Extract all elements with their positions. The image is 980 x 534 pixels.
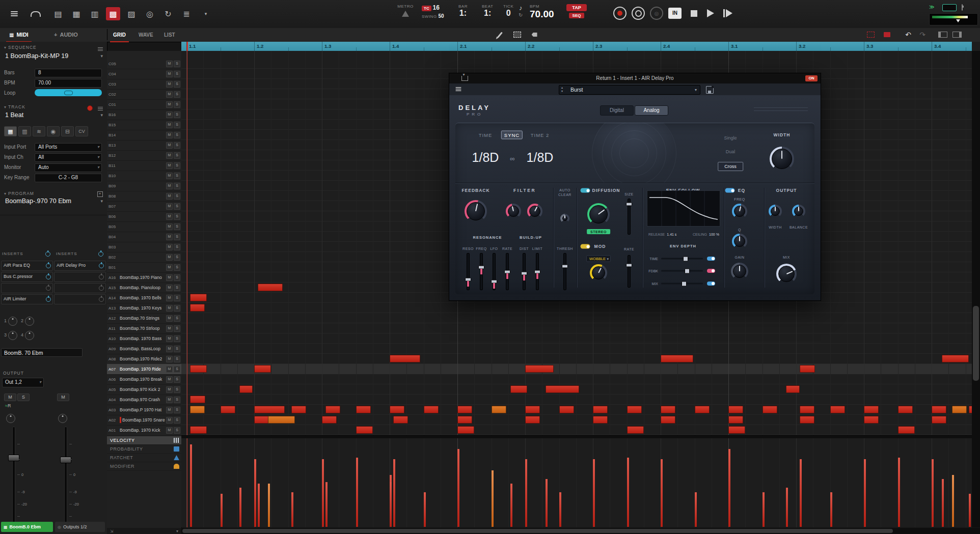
- solo-button[interactable]: S: [174, 285, 180, 291]
- bars-field[interactable]: 8: [35, 69, 102, 77]
- insert-slot[interactable]: [54, 272, 106, 282]
- mute-button[interactable]: M: [166, 295, 173, 301]
- track-row-A13[interactable]: A13BoomBap. 1970 KeysMS: [107, 303, 181, 314]
- env-fdbk-toggle[interactable]: [707, 269, 715, 273]
- solo-button[interactable]: S: [174, 142, 180, 149]
- mod-shape-select[interactable]: WOBBLE: [586, 256, 611, 262]
- seq-tempo-badge[interactable]: SEQ: [569, 13, 584, 18]
- velocity-bar[interactable]: [424, 492, 426, 527]
- solo-button[interactable]: S: [174, 417, 180, 424]
- midi-note[interactable]: [627, 406, 642, 413]
- digital-mode-button[interactable]: Digital: [600, 105, 634, 116]
- inserts-power-icon[interactable]: [98, 251, 103, 257]
- metro-control[interactable]: METRO: [391, 4, 420, 17]
- midi-note[interactable]: [322, 416, 337, 424]
- track-row-B06[interactable]: B06MS: [107, 211, 181, 222]
- velocity-bar[interactable]: [763, 492, 765, 527]
- mute-button[interactable]: M: [166, 91, 173, 98]
- solo-button[interactable]: S: [174, 386, 180, 393]
- solo-button[interactable]: S: [174, 173, 180, 179]
- channel-solo-button[interactable]: S: [17, 394, 30, 401]
- track-row-A02[interactable]: A02BoomBap.1970 SnareMS: [107, 415, 181, 426]
- solo-button[interactable]: S: [174, 203, 180, 210]
- width-knob[interactable]: [770, 147, 794, 171]
- overdub-button[interactable]: [632, 7, 645, 20]
- mute-button[interactable]: M: [166, 132, 173, 138]
- inserts-power-icon[interactable]: [45, 251, 50, 257]
- list-editor-icon[interactable]: ▥: [88, 7, 102, 20]
- preset-spinner-icon[interactable]: ▴▾: [561, 86, 563, 93]
- channel-mute-button[interactable]: M: [57, 394, 69, 401]
- track-row-A14[interactable]: A14BoomBap. 1970 BellsMS: [107, 293, 181, 303]
- env-time-slider[interactable]: [661, 258, 703, 260]
- velocity-bar[interactable]: [356, 458, 358, 527]
- size-slider[interactable]: [628, 199, 631, 235]
- tempo-sync-icon[interactable]: ↻: [519, 12, 523, 18]
- velocity-bar[interactable]: [952, 475, 954, 527]
- midi-note[interactable]: [190, 294, 207, 301]
- mute-button[interactable]: M: [166, 183, 173, 189]
- track-row-A05[interactable]: A05BoomBap.970 Kick 2MS: [107, 384, 181, 395]
- midi-note[interactable]: [593, 406, 608, 413]
- midi-note[interactable]: [492, 406, 506, 413]
- mute-button[interactable]: M: [166, 285, 173, 291]
- power-icon[interactable]: [99, 297, 104, 302]
- solo-button[interactable]: S: [174, 346, 180, 352]
- midi-note[interactable]: [221, 406, 235, 413]
- insert-slot[interactable]: AIR Delay Pro: [54, 261, 106, 271]
- solo-button[interactable]: S: [174, 122, 180, 128]
- velocity-bar[interactable]: [830, 492, 832, 527]
- solo-button[interactable]: S: [174, 356, 180, 362]
- pad-bank-icon[interactable]: ▦: [69, 7, 84, 20]
- midi-note[interactable]: [258, 284, 283, 291]
- fader-thumb[interactable]: [60, 457, 71, 463]
- midi-note[interactable]: [239, 385, 253, 393]
- velocity-bar[interactable]: [525, 459, 527, 527]
- track-type-audio-icon[interactable]: ≋: [33, 126, 45, 136]
- res-freq-slider[interactable]: [480, 253, 483, 290]
- solo-button[interactable]: S: [174, 81, 180, 88]
- mute-button[interactable]: M: [166, 254, 173, 261]
- track-row-B04[interactable]: B04MS: [107, 232, 181, 242]
- mute-button[interactable]: M: [166, 244, 173, 250]
- velocity-bar[interactable]: [969, 494, 971, 527]
- mute-button[interactable]: M: [166, 234, 173, 240]
- midi-note[interactable]: [424, 406, 439, 413]
- tap-tempo-button[interactable]: TAP: [566, 4, 587, 11]
- track-type-cv-button[interactable]: CV: [75, 126, 88, 136]
- play-button[interactable]: [707, 9, 714, 17]
- velocity-bar[interactable]: [258, 484, 260, 527]
- velocity-bar[interactable]: [942, 479, 944, 527]
- sampler-icon[interactable]: ◎: [143, 7, 157, 20]
- automation-read-badge[interactable]: ≈R: [5, 403, 11, 408]
- track-view-icon[interactable]: ▤: [51, 7, 65, 20]
- track-row-B01[interactable]: B01MS: [107, 262, 181, 273]
- diffusion-toggle[interactable]: [581, 188, 590, 193]
- mute-button[interactable]: M: [166, 122, 173, 128]
- midi-note[interactable]: [190, 406, 205, 413]
- insert-slot[interactable]: AIR Para EQ: [1, 261, 53, 271]
- lane-modifier[interactable]: MODIFIER: [107, 462, 181, 471]
- tab-sync[interactable]: SYNC: [501, 131, 523, 139]
- midi-note[interactable]: [661, 416, 675, 424]
- env-follow-graph[interactable]: [647, 190, 720, 227]
- midi-note[interactable]: [593, 416, 608, 424]
- mute-button[interactable]: M: [166, 193, 173, 200]
- track-row-A07[interactable]: A07BoomBap. 1970 RideMS: [107, 364, 181, 375]
- track-row-B13[interactable]: B13MS: [107, 140, 181, 151]
- lane-probability[interactable]: PROBABILITY: [107, 445, 181, 454]
- eq-q-knob[interactable]: [732, 234, 747, 249]
- beat-counter[interactable]: BEAT 1:: [482, 4, 493, 18]
- mute-button[interactable]: M: [166, 213, 173, 220]
- midi-note[interactable]: [898, 406, 913, 413]
- redo-button[interactable]: ↷: [917, 30, 928, 39]
- tick-counter[interactable]: TICK 0: [503, 4, 513, 18]
- midi-note[interactable]: [190, 396, 206, 403]
- track-row-B09[interactable]: B09MS: [107, 181, 181, 191]
- insert-slot[interactable]: Bus C.pressor: [1, 272, 53, 282]
- track-row-A12[interactable]: A12BoomBap.70 StringsMS: [107, 313, 181, 324]
- midi-note[interactable]: [763, 406, 777, 413]
- solo-button[interactable]: S: [174, 305, 180, 312]
- velocity-bar[interactable]: [268, 484, 270, 527]
- undo-button[interactable]: ↶: [903, 30, 914, 39]
